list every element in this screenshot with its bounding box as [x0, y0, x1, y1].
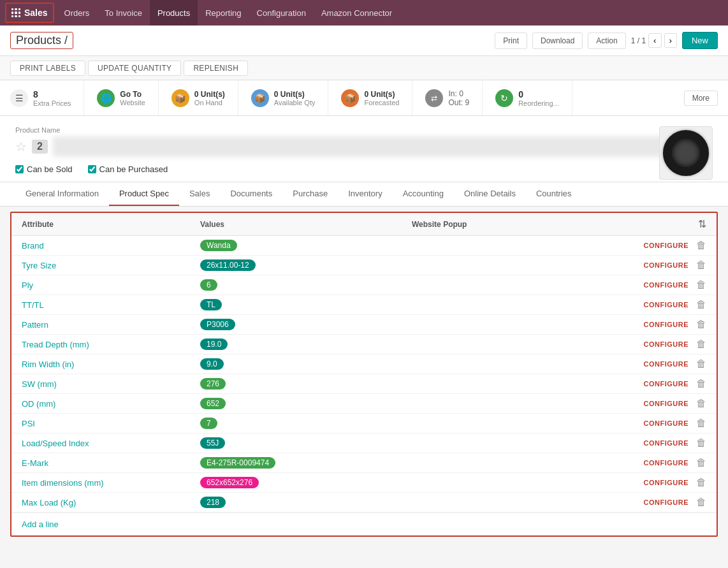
table-row: Max Load (Kg) 218 CONFIGURE 🗑	[11, 493, 717, 513]
filter-icon[interactable]: ⇅	[698, 218, 706, 230]
stat-available[interactable]: 📦 0 Unit(s) Available Qty	[238, 80, 329, 115]
attr-link-12[interactable]: Item dimensions (mm)	[22, 478, 200, 488]
configure-btn-6[interactable]: CONFIGURE	[644, 360, 689, 368]
download-button[interactable]: Download	[532, 33, 583, 49]
configure-btn-3[interactable]: CONFIGURE	[644, 301, 689, 309]
nav-configuration[interactable]: Configuration	[249, 0, 314, 25]
tyre-icon	[663, 130, 709, 176]
configure-btn-8[interactable]: CONFIGURE	[644, 400, 689, 407]
delete-icon-13[interactable]: 🗑	[696, 497, 706, 508]
attr-link-4[interactable]: Pattern	[22, 320, 200, 330]
stat-website[interactable]: 🌐 Go To Website	[84, 80, 159, 115]
value-badge-2: 6	[200, 279, 217, 291]
attr-link-0[interactable]: Brand	[22, 241, 200, 251]
stat-forecasted[interactable]: 📦 0 Unit(s) Forecasted	[328, 80, 412, 115]
stat-on-hand[interactable]: 📦 0 Unit(s) On Hand	[159, 80, 238, 115]
on-hand-num: 0 Unit(s)	[194, 90, 225, 99]
delete-icon-1[interactable]: 🗑	[696, 259, 706, 271]
attr-link-13[interactable]: Max Load (Kg)	[22, 498, 200, 507]
nav-orders[interactable]: Orders	[57, 0, 98, 25]
delete-icon-9[interactable]: 🗑	[696, 418, 706, 429]
attr-link-2[interactable]: Ply	[22, 280, 200, 290]
tab-documents[interactable]: Documents	[220, 182, 282, 206]
tab-product-spec[interactable]: Product Spec	[109, 182, 179, 206]
configure-btn-9[interactable]: CONFIGURE	[644, 419, 689, 427]
apps-menu[interactable]: Sales	[5, 3, 54, 23]
configure-btn-4[interactable]: CONFIGURE	[644, 321, 689, 328]
configure-btn-10[interactable]: CONFIGURE	[644, 439, 689, 447]
nav-products[interactable]: Products	[150, 0, 198, 25]
nav-reporting[interactable]: Reporting	[198, 0, 249, 25]
configure-btn-0[interactable]: CONFIGURE	[644, 242, 689, 249]
table-row: SW (mm) 276 CONFIGURE 🗑	[11, 374, 717, 394]
update-quantity-button[interactable]: UPDATE QUANTITY	[88, 61, 181, 76]
delete-icon-8[interactable]: 🗑	[696, 398, 706, 409]
delete-icon-10[interactable]: 🗑	[696, 437, 706, 449]
delete-icon-6[interactable]: 🗑	[696, 358, 706, 370]
star-icon[interactable]: ☆	[15, 139, 27, 154]
attr-link-8[interactable]: OD (mm)	[22, 399, 200, 409]
delete-icon-3[interactable]: 🗑	[696, 299, 706, 310]
nav-amazon[interactable]: Amazon Connector	[314, 0, 400, 25]
replenish-button[interactable]: REPLENISH	[184, 61, 248, 76]
tab-general-information[interactable]: General Information	[15, 182, 109, 206]
tab-accounting[interactable]: Accounting	[393, 182, 454, 206]
configure-btn-2[interactable]: CONFIGURE	[644, 281, 689, 289]
action-button[interactable]: Action	[588, 33, 625, 49]
add-line-link[interactable]: Add a line	[22, 520, 59, 529]
table-row: TT/TL TL CONFIGURE 🗑	[11, 295, 717, 315]
table-row: Rim Width (in) 9.0 CONFIGURE 🗑	[11, 354, 717, 374]
available-label: Available Qty	[274, 99, 316, 106]
configure-btn-12[interactable]: CONFIGURE	[644, 479, 689, 486]
attr-link-3[interactable]: TT/TL	[22, 300, 200, 310]
prev-page[interactable]: ‹	[648, 33, 661, 48]
delete-icon-5[interactable]: 🗑	[696, 339, 706, 350]
can-be-purchased-checkbox[interactable]: Can be Purchased	[88, 164, 168, 174]
delete-icon-4[interactable]: 🗑	[696, 319, 706, 330]
next-page[interactable]: ›	[664, 33, 677, 48]
product-image	[659, 126, 713, 180]
tab-countries[interactable]: Countries	[526, 182, 582, 206]
page-nav: 1 / 1 ‹ ›	[631, 33, 677, 48]
attr-link-11[interactable]: E-Mark	[22, 458, 200, 468]
attr-link-1[interactable]: Tyre Size	[22, 261, 200, 270]
product-name-blurred[interactable]	[53, 136, 680, 157]
delete-icon-0[interactable]: 🗑	[696, 240, 706, 251]
action-bar: PRINT LABELS UPDATE QUANTITY REPLENISH	[0, 56, 728, 80]
tab-online-details[interactable]: Online Details	[454, 182, 526, 206]
table-header: Attribute Values Website Popup ⇅	[11, 213, 717, 236]
form-label: Product Name	[15, 126, 713, 134]
new-button[interactable]: New	[682, 32, 718, 49]
forecasted-label: Forecasted	[364, 99, 399, 106]
can-be-sold-checkbox[interactable]: Can be Sold	[15, 164, 73, 174]
delete-icon-7[interactable]: 🗑	[696, 378, 706, 390]
stat-extra-prices[interactable]: ☰ 8 Extra Prices	[10, 80, 84, 115]
delete-icon-12[interactable]: 🗑	[696, 477, 706, 488]
col-attribute: Attribute	[22, 220, 200, 229]
box-icon: 📦	[171, 89, 189, 107]
add-line-row: Add a line	[11, 513, 717, 535]
delete-icon-11[interactable]: 🗑	[696, 457, 706, 469]
attr-link-6[interactable]: Rim Width (in)	[22, 360, 200, 369]
print-button[interactable]: Print	[495, 33, 527, 49]
attr-link-10[interactable]: Load/Speed Index	[22, 439, 200, 448]
stat-reordering[interactable]: ↻ 0 Reordering...	[483, 80, 572, 115]
value-badge-3: TL	[200, 299, 222, 310]
configure-btn-7[interactable]: CONFIGURE	[644, 380, 689, 388]
configure-btn-13[interactable]: CONFIGURE	[644, 499, 689, 506]
attr-link-5[interactable]: Tread Depth (mm)	[22, 340, 200, 349]
list-icon: ☰	[10, 89, 28, 107]
attr-link-7[interactable]: SW (mm)	[22, 379, 200, 389]
configure-btn-11[interactable]: CONFIGURE	[644, 459, 689, 467]
tab-sales[interactable]: Sales	[179, 182, 221, 206]
delete-icon-2[interactable]: 🗑	[696, 279, 706, 291]
tab-purchase[interactable]: Purchase	[282, 182, 338, 206]
configure-btn-1[interactable]: CONFIGURE	[644, 261, 689, 269]
print-labels-button[interactable]: PRINT LABELS	[10, 61, 85, 76]
attr-link-9[interactable]: PSI	[22, 419, 200, 428]
more-button[interactable]: More	[684, 91, 718, 106]
configure-btn-5[interactable]: CONFIGURE	[644, 340, 689, 348]
tab-inventory[interactable]: Inventory	[338, 182, 392, 206]
nav-to-invoice[interactable]: To Invoice	[97, 0, 150, 25]
stat-in-out[interactable]: ⇄ In: 0 Out: 9	[412, 80, 483, 115]
